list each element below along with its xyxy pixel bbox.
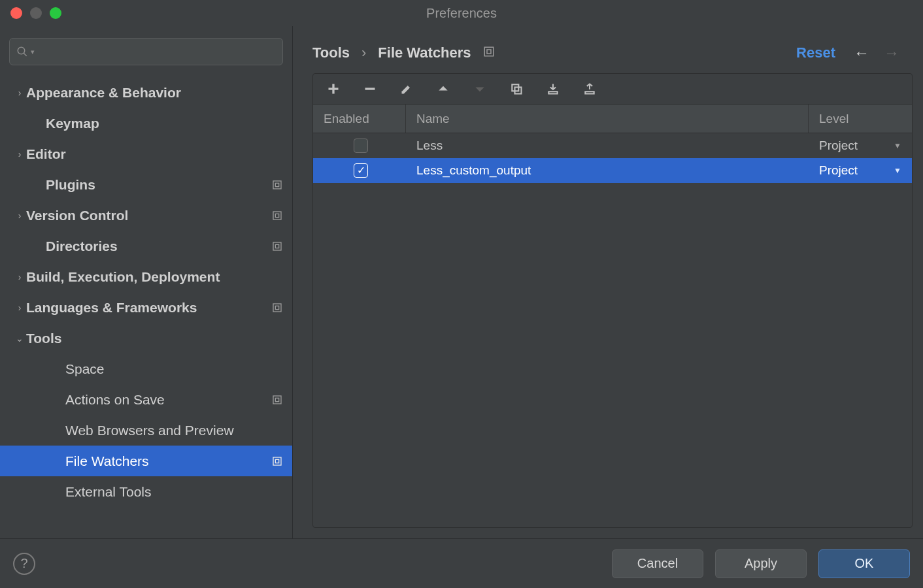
chevron-right-icon: › xyxy=(13,88,26,98)
sidebar-item-label: File Watchers xyxy=(65,453,270,469)
zoom-window-button[interactable] xyxy=(50,7,61,19)
sidebar-item[interactable]: ›Build, Execution, Deployment xyxy=(0,261,292,292)
project-scope-icon xyxy=(483,44,495,61)
minimize-window-button[interactable] xyxy=(30,7,42,19)
close-window-button[interactable] xyxy=(10,7,22,19)
sidebar: ▾ ›Appearance & BehaviorKeymap›EditorPlu… xyxy=(0,26,293,538)
table-row[interactable]: Less_custom_outputProject▼ xyxy=(313,158,912,183)
window-title: Preferences xyxy=(0,6,923,21)
breadcrumb-segment[interactable]: Tools xyxy=(312,44,350,61)
svg-rect-3 xyxy=(275,183,278,186)
chevron-right-icon: › xyxy=(13,149,26,159)
back-button[interactable]: ← xyxy=(854,44,869,62)
chevron-right-icon: › xyxy=(361,44,366,61)
breadcrumb: Tools › File Watchers xyxy=(312,44,495,61)
sidebar-item-label: Version Control xyxy=(26,208,270,223)
table-header: Enabled Name Level xyxy=(313,105,912,133)
sidebar-item[interactable]: ›Version Control xyxy=(0,200,292,231)
search-history-chevron-icon[interactable]: ▾ xyxy=(31,48,35,56)
search-input-wrapper[interactable]: ▾ xyxy=(9,38,283,65)
search-input[interactable] xyxy=(37,45,276,59)
column-enabled[interactable]: Enabled xyxy=(313,105,406,133)
edit-button[interactable] xyxy=(398,80,415,97)
level-dropdown[interactable]: Project▼ xyxy=(809,133,912,158)
sidebar-item[interactable]: ›Languages & Frameworks xyxy=(0,292,292,323)
sidebar-item-label: Space xyxy=(65,361,270,377)
sidebar-item[interactable]: Space xyxy=(0,353,292,384)
help-button[interactable]: ? xyxy=(13,553,35,575)
chevron-right-icon: › xyxy=(13,210,26,221)
level-dropdown[interactable]: Project▼ xyxy=(809,158,912,183)
settings-tree: ›Appearance & BehaviorKeymap›EditorPlugi… xyxy=(0,72,292,538)
breadcrumb-segment: File Watchers xyxy=(378,44,471,61)
table-row[interactable]: LessProject▼ xyxy=(313,133,912,158)
export-button[interactable] xyxy=(581,80,598,97)
svg-rect-12 xyxy=(273,457,281,465)
project-scope-icon xyxy=(270,210,284,221)
svg-rect-15 xyxy=(487,50,491,54)
project-scope-icon xyxy=(270,395,284,405)
copy-button[interactable] xyxy=(508,80,525,97)
table-body: LessProject▼Less_custom_outputProject▼ xyxy=(313,133,912,527)
project-scope-icon xyxy=(270,302,284,313)
svg-rect-7 xyxy=(275,244,278,248)
svg-rect-2 xyxy=(273,181,281,189)
reset-link[interactable]: Reset xyxy=(796,44,835,61)
move-down-button xyxy=(471,80,488,97)
svg-point-0 xyxy=(18,47,25,54)
column-level[interactable]: Level xyxy=(809,105,912,133)
main-header: Tools › File Watchers Reset ← → xyxy=(293,33,923,73)
add-button[interactable] xyxy=(325,80,342,97)
chevron-down-icon: ▼ xyxy=(894,141,901,150)
header-actions: Reset ← → xyxy=(796,44,899,62)
cancel-button[interactable]: Cancel xyxy=(612,549,703,578)
project-scope-icon xyxy=(270,241,284,252)
level-value: Project xyxy=(819,163,858,178)
column-name[interactable]: Name xyxy=(406,105,809,133)
sidebar-item[interactable]: File Watchers xyxy=(0,446,292,476)
remove-button[interactable] xyxy=(361,80,378,97)
search-icon xyxy=(16,46,28,57)
sidebar-item-label: Appearance & Behavior xyxy=(26,85,270,101)
svg-rect-17 xyxy=(329,88,339,90)
svg-rect-18 xyxy=(365,88,375,90)
sidebar-item[interactable]: Actions on Save xyxy=(0,384,292,415)
sidebar-item[interactable]: Directories xyxy=(0,231,292,261)
sidebar-item-label: Tools xyxy=(26,331,270,346)
svg-rect-10 xyxy=(273,396,281,404)
chevron-down-icon: ⌄ xyxy=(13,333,26,344)
sidebar-item-label: Languages & Frameworks xyxy=(26,300,270,316)
sidebar-item-label: Build, Execution, Deployment xyxy=(26,269,270,285)
sidebar-item-label: Keymap xyxy=(46,116,270,131)
sidebar-item[interactable]: Keymap xyxy=(0,108,292,139)
sidebar-item[interactable]: ›Appearance & Behavior xyxy=(0,77,292,108)
sidebar-item[interactable]: ›Editor xyxy=(0,139,292,169)
svg-rect-11 xyxy=(275,398,278,401)
forward-button: → xyxy=(884,44,899,62)
ok-button[interactable]: OK xyxy=(818,549,910,578)
sidebar-item[interactable]: Plugins xyxy=(0,169,292,200)
sidebar-item[interactable]: External Tools xyxy=(0,476,292,507)
chevron-right-icon: › xyxy=(13,272,26,282)
project-scope-icon xyxy=(270,180,284,190)
svg-rect-4 xyxy=(273,212,281,220)
watcher-name: Less xyxy=(406,133,809,158)
titlebar: Preferences xyxy=(0,0,923,26)
nav-arrows: ← → xyxy=(854,44,899,62)
toolbar xyxy=(313,74,912,105)
sidebar-item[interactable]: ⌄Tools xyxy=(0,323,292,353)
enabled-checkbox[interactable] xyxy=(354,163,368,178)
sidebar-item[interactable]: Web Browsers and Preview xyxy=(0,415,292,446)
move-up-button[interactable] xyxy=(435,80,452,97)
svg-rect-9 xyxy=(275,306,278,309)
enabled-checkbox[interactable] xyxy=(354,139,368,153)
content: ▾ ›Appearance & BehaviorKeymap›EditorPlu… xyxy=(0,26,923,538)
import-button[interactable] xyxy=(545,80,562,97)
project-scope-icon xyxy=(270,456,284,466)
window-controls xyxy=(0,7,61,19)
apply-button[interactable]: Apply xyxy=(715,549,807,578)
watcher-name: Less_custom_output xyxy=(406,158,809,183)
sidebar-item-label: Editor xyxy=(26,146,270,162)
svg-rect-6 xyxy=(273,242,281,250)
sidebar-item-label: External Tools xyxy=(65,484,270,500)
